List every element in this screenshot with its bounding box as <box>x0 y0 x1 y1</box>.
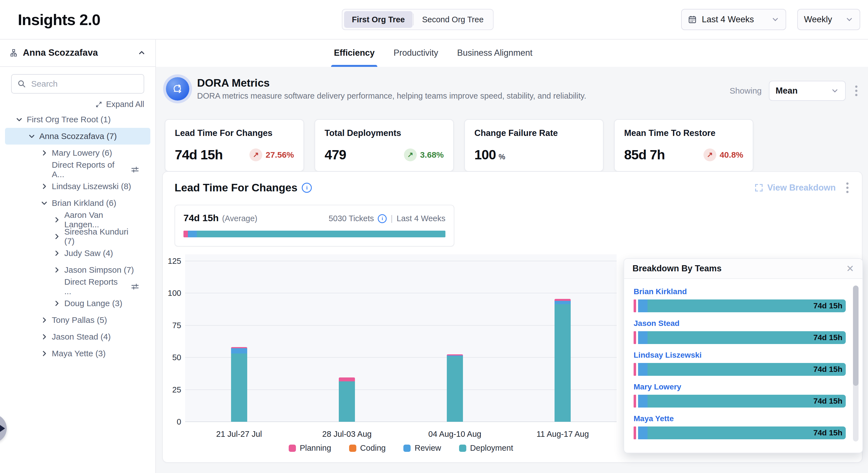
trend-delta: 3.68% <box>420 150 444 159</box>
tree-item[interactable]: Direct Reports of A... <box>5 161 150 178</box>
tree-item[interactable]: Anna Scozzafava (7) <box>5 128 150 145</box>
tree-item-label: First Org Tree Root (1) <box>27 115 111 124</box>
chevron-right-icon[interactable] <box>41 350 48 357</box>
org-tree-toggle-option[interactable]: First Org Tree <box>344 11 412 28</box>
team-stacked-bar: 74d 15h <box>633 426 846 439</box>
gridline <box>185 325 617 326</box>
tab-business-alignment[interactable]: Business Alignment <box>456 39 534 67</box>
bar-segment-deployment <box>555 304 571 422</box>
tree-item-label: Tony Pallas (5) <box>52 315 107 325</box>
sidebar-user-name: Anna Scozzafava <box>23 47 132 58</box>
trend-badge: ↗40.8% <box>704 148 743 161</box>
x-tick-label: 04 Aug-10 Aug <box>428 430 481 439</box>
close-icon[interactable]: ✕ <box>846 264 855 273</box>
stacked-bar[interactable] <box>447 354 463 422</box>
gridline <box>185 261 617 261</box>
bar-segment-deployment: 74d 15h <box>648 299 846 312</box>
chevron-right-icon[interactable] <box>41 149 48 156</box>
expand-all-button[interactable]: Expand All <box>11 100 144 109</box>
team-link[interactable]: Mary Lowery <box>633 382 846 391</box>
team-value: 74d 15h <box>813 397 842 406</box>
info-icon[interactable]: i <box>378 214 387 223</box>
chevron-right-icon[interactable] <box>53 216 60 224</box>
metric-card: Lead Time For Changes74d 15h↗27.56% <box>165 119 304 172</box>
metric-value: 100% <box>474 147 505 162</box>
bar-segment-review <box>231 348 247 354</box>
legend-swatch <box>459 445 466 452</box>
dora-menu-button[interactable] <box>853 83 860 98</box>
metric-title: Mean Time To Restore <box>624 128 743 138</box>
tree-item[interactable]: First Org Tree Root (1) <box>5 111 150 128</box>
chevron-right-icon[interactable] <box>53 266 60 273</box>
bar-segment-deployment <box>231 354 247 422</box>
tree-item[interactable]: Jason Stead (4) <box>5 328 150 345</box>
tree-item[interactable]: Maya Yette (3) <box>5 345 150 362</box>
chart-legend: PlanningCodingReviewDeployment <box>185 443 617 453</box>
bar-segment-planning <box>633 395 636 408</box>
expand-all-label: Expand All <box>106 100 144 109</box>
avg-segment-planning <box>183 231 188 237</box>
chevron-right-icon[interactable] <box>41 333 48 341</box>
metric-title: Change Failure Rate <box>474 128 593 138</box>
lead-time-card: Lead Time For Changes i View Breakdown <box>162 171 862 463</box>
trend-delta: 40.8% <box>720 150 743 159</box>
org-tree-toggle-option[interactable]: Second Org Tree <box>414 11 491 28</box>
scrollbar-thumb[interactable] <box>853 286 859 386</box>
chevron-up-icon[interactable] <box>137 49 146 57</box>
dora-cycle-icon <box>166 77 189 100</box>
chevron-right-icon[interactable] <box>53 233 60 240</box>
breakdown-panel: Breakdown By Teams ✕ Brian Kirkland74d 1… <box>624 258 863 453</box>
play-right-icon <box>0 424 5 432</box>
tree-item-label: Mary Lowery (6) <box>52 148 112 158</box>
gridline <box>185 357 617 358</box>
bar-segment-planning <box>339 378 355 381</box>
chart-menu-button[interactable] <box>844 180 851 195</box>
tree-item[interactable]: Lindsay Liszewski (8) <box>5 178 150 195</box>
bar-segment-deployment: 74d 15h <box>648 363 846 376</box>
metric-value: 85d 7h <box>624 147 665 162</box>
chevron-right-icon[interactable] <box>41 317 48 324</box>
tree-item[interactable]: Direct Reports ... <box>5 278 150 295</box>
trend-badge: ↗3.68% <box>404 148 444 161</box>
chevron-right-icon[interactable] <box>53 249 60 257</box>
team-link[interactable]: Brian Kirkland <box>633 287 846 296</box>
view-breakdown-button[interactable]: View Breakdown <box>754 183 836 193</box>
date-range-select[interactable]: Last 4 Weeks <box>681 9 786 30</box>
tree-item[interactable]: Jason Simpson (7) <box>5 262 150 278</box>
chevron-down-icon[interactable] <box>28 132 35 140</box>
breakdown-row: Maya Yette74d 15h <box>633 414 846 439</box>
gridline <box>185 389 617 390</box>
tree-item-label: Doug Lange (3) <box>64 299 122 308</box>
legend-swatch <box>349 445 356 452</box>
tab-productivity[interactable]: Productivity <box>392 39 440 67</box>
tree-item[interactable]: Judy Saw (4) <box>5 245 150 262</box>
tree-item[interactable]: Brian Kirkland (6) <box>5 195 150 211</box>
team-link[interactable]: Lindsay Liszewski <box>633 351 846 360</box>
tree-item[interactable]: Aaron Van Langen... <box>5 211 150 228</box>
team-link[interactable]: Maya Yette <box>633 414 846 423</box>
filter-sliders-icon[interactable] <box>131 283 139 291</box>
stacked-bar[interactable] <box>231 347 247 422</box>
tab-efficiency[interactable]: Efficiency <box>332 39 376 67</box>
info-icon[interactable]: i <box>302 183 312 193</box>
team-link[interactable]: Jason Stead <box>633 319 846 328</box>
tree-item[interactable]: Sireesha Kunduri (7) <box>5 228 150 245</box>
stacked-bar[interactable] <box>339 378 355 422</box>
search-input[interactable] <box>31 79 138 89</box>
sidebar-search[interactable] <box>11 74 144 94</box>
aggregation-select[interactable]: Mean <box>769 81 846 101</box>
filter-sliders-icon[interactable] <box>131 166 139 174</box>
tree-item[interactable]: Mary Lowery (6) <box>5 145 150 161</box>
average-stacked-bar <box>183 231 445 237</box>
chevron-down-icon[interactable] <box>16 116 23 123</box>
chevron-right-icon[interactable] <box>53 300 60 307</box>
top-bar: Insights 2.0 First Org TreeSecond Org Tr… <box>0 0 868 39</box>
chevron-down-icon[interactable] <box>41 200 48 207</box>
x-axis: 21 Jul-27 Jul28 Jul-03 Aug04 Aug-10 Aug1… <box>185 422 617 440</box>
tree-item[interactable]: Doug Lange (3) <box>5 295 150 312</box>
chevron-right-icon[interactable] <box>41 183 48 190</box>
team-stacked-bar: 74d 15h <box>633 363 846 376</box>
granularity-select[interactable]: Weekly <box>797 9 860 30</box>
tree-item[interactable]: Tony Pallas (5) <box>5 312 150 328</box>
stacked-bar[interactable] <box>555 299 571 422</box>
